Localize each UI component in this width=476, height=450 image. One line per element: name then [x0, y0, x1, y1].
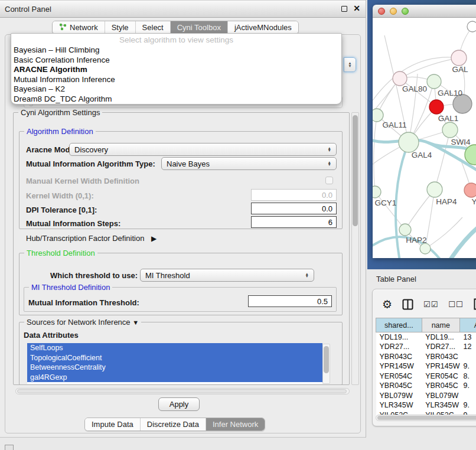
table-panel-window: ⚙ ☑☑ ☐☐ shared...nameA YDL19...YDL19...1… [372, 289, 476, 426]
chevron-updown-icon: ▲▼ [305, 273, 309, 278]
cyni-settings-title: Cyni Algorithm Settings [18, 108, 102, 117]
tab-impute-data[interactable]: Impute Data [85, 418, 141, 431]
table-row[interactable]: YPR145WYPR145W9. [376, 361, 476, 371]
mi-threshold-label: Mutual Information Threshold: [28, 298, 139, 307]
algorithm-combo-stepper[interactable]: ▲▼ [344, 57, 356, 72]
settings-vertical-scrollbar[interactable] [351, 112, 359, 385]
attribute-item[interactable]: BetweennessCentrality [27, 363, 322, 373]
mi-steps-label: Mutual Information Steps: [26, 219, 120, 228]
chevron-right-icon: ▶ [151, 234, 157, 243]
table-row[interactable]: YBR045CYBR045C9. [376, 381, 476, 391]
network-node-hap4[interactable] [427, 182, 442, 197]
network-node-gal80[interactable] [393, 71, 407, 86]
algorithm-option[interactable]: Dream8 DC_TDC Algorithm [11, 94, 341, 105]
node-label-y: Y [471, 197, 476, 206]
table-row[interactable]: YBL079WYBL079W [376, 391, 476, 401]
tab-network[interactable]: Network [53, 21, 105, 34]
network-edge [425, 217, 462, 249]
hub-definition-expander[interactable]: Hub/Transcription Factor Definition ▶ [26, 234, 157, 243]
algorithm-option[interactable]: Bayesian – Hill Climbing [11, 45, 341, 56]
minimize-traffic-light-icon[interactable] [390, 8, 397, 15]
mi-steps-field[interactable]: 6 [251, 216, 337, 228]
node-label-gal: GAL [452, 65, 468, 74]
node-label-gal4: GAL4 [412, 151, 432, 159]
algorithm-option[interactable]: ARACNE Algorithm [11, 65, 341, 75]
table-row[interactable]: YER054CYER054C8. [376, 371, 476, 381]
settings-horizontal-scrollbar[interactable] [15, 388, 350, 394]
hub-definition-label: Hub/Transcription Factor Definition [26, 234, 144, 243]
sources-group-title[interactable]: Sources for Network Inference ▼ [24, 318, 141, 327]
close-traffic-light-icon[interactable] [378, 8, 385, 15]
network-node[interactable] [442, 122, 458, 138]
network-node[interactable] [467, 21, 476, 32]
node-table: shared...nameA YDL19...YDL19...13YDR27..… [376, 318, 476, 420]
mi-algorithm-type-combo[interactable]: Naive Bayes ▲▼ [161, 157, 337, 170]
kernel-width-field[interactable]: 0.0 [251, 189, 337, 201]
tab-select[interactable]: Select [136, 21, 171, 34]
table-row[interactable]: YDL19...YDL19...13 [376, 332, 476, 343]
attribute-item[interactable]: SelfLoops [27, 343, 322, 353]
network-edge [400, 58, 459, 79]
table-row[interactable]: YBR043CYBR043C [376, 352, 476, 362]
chevron-down-icon: ▼ [132, 319, 139, 326]
mi-algorithm-type-label: Mutual Information Algorithm Type: [26, 159, 155, 168]
float-window-icon[interactable] [341, 6, 347, 12]
attribute-list-scrollbar[interactable] [322, 344, 330, 384]
tab-cyni-toolbox[interactable]: Cyni Toolbox [171, 21, 228, 34]
columns-icon[interactable] [402, 299, 413, 310]
data-attributes-list: SelfLoopsTopologicalCoefficientBetweenne… [27, 343, 322, 384]
which-threshold-combo[interactable]: MI Threshold ▲▼ [140, 269, 314, 282]
network-node-gal1[interactable] [429, 100, 444, 114]
table-toolbar: ⚙ ☑☑ ☐☐ [373, 293, 476, 315]
attribute-item[interactable]: TopologicalCoefficient [27, 353, 322, 363]
control-panel-tabs: NetworkStyleSelectCyni ToolboxjActiveMNo… [52, 21, 299, 34]
file-icon[interactable] [474, 298, 476, 310]
column-header-A[interactable]: A [460, 318, 476, 332]
tab-style[interactable]: Style [105, 21, 136, 34]
node-label-gal11: GAL11 [382, 120, 406, 129]
network-window: GALGAL80GAL10GAL1GAL11GAL4SWI4GCY1HAP4YH… [373, 5, 476, 258]
network-node-gal10[interactable] [427, 74, 441, 89]
table-horizontal-scrollbar[interactable] [376, 415, 476, 421]
algorithm-definition-title: Algorithm Definition [24, 127, 96, 136]
network-node[interactable] [420, 243, 431, 254]
dpi-tolerance-field[interactable]: 0.0 [251, 203, 337, 214]
mi-threshold-field[interactable]: 0.5 [248, 295, 332, 307]
gear-icon[interactable]: ⚙ [382, 298, 392, 311]
manual-kernel-width-checkbox[interactable] [325, 177, 333, 184]
manual-kernel-width-label: Manual Kernel Width Definition [26, 177, 139, 185]
network-edge [374, 115, 377, 192]
select-all-icon[interactable]: ☑☑ [423, 300, 438, 309]
attribute-item[interactable]: gal4RGexp [27, 373, 322, 383]
network-node-hap2[interactable] [399, 224, 411, 236]
network-node-gcy1[interactable] [373, 186, 381, 198]
zoom-traffic-light-icon[interactable] [402, 8, 409, 15]
aracne-mode-combo[interactable]: Discovery ▲▼ [69, 143, 337, 156]
column-header-name[interactable]: name [422, 318, 459, 332]
network-node-gal[interactable] [451, 50, 467, 66]
kernel-width-label: Kernel Width (0,1): [26, 191, 94, 200]
column-header-shared[interactable]: shared... [376, 318, 422, 332]
table-row[interactable]: YDR27...YDR27...12 [376, 342, 476, 352]
network-view-panel: GALGAL80GAL10GAL1GAL11GAL4SWI4GCY1HAP4YH… [367, 0, 476, 269]
algorithm-option[interactable]: Bayesian – K2 [11, 84, 341, 94]
network-canvas[interactable]: GALGAL80GAL10GAL1GAL11GAL4SWI4GCY1HAP4YH… [373, 18, 476, 258]
algorithm-option[interactable]: Basic Correlation Inference [11, 56, 341, 66]
table-row[interactable]: YLR345WYLR345W9. [376, 400, 476, 410]
node-label-gal80: GAL80 [402, 84, 427, 93]
network-window-titlebar[interactable] [373, 5, 476, 18]
tab-jactivemnodules[interactable]: jActiveMNodules [228, 21, 298, 34]
close-icon[interactable]: ✕ [353, 4, 360, 13]
algorithm-option[interactable]: Mutual Information Inference [11, 75, 341, 85]
tab-infer-network[interactable]: Infer Network [206, 418, 265, 431]
chevron-updown-icon: ▲▼ [328, 161, 331, 167]
network-node-gal11[interactable] [373, 109, 383, 122]
apply-button[interactable]: Apply [158, 397, 200, 411]
dpi-tolerance-label: DPI Tolerance [0,1]: [26, 206, 97, 214]
deselect-all-icon[interactable]: ☐☐ [448, 300, 463, 309]
network-node-y[interactable] [464, 183, 476, 197]
table-panel-title: Table Panel [376, 275, 416, 283]
network-node-gal4[interactable] [399, 132, 419, 152]
tab-discretize-data[interactable]: Discretize Data [141, 418, 206, 431]
docked-panel-icon[interactable] [5, 445, 14, 450]
